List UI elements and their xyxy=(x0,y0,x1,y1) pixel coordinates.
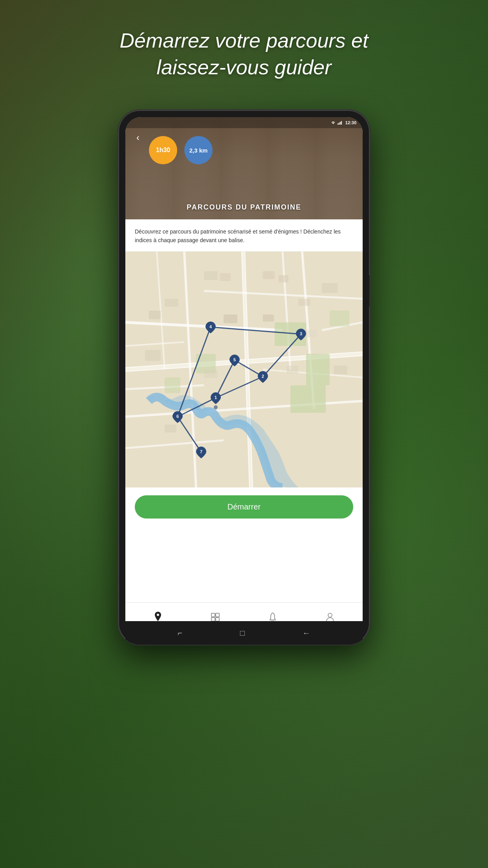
distance-badge-label: 2,3 km xyxy=(189,147,208,154)
svg-point-57 xyxy=(328,613,332,617)
svg-rect-27 xyxy=(330,311,349,326)
svg-rect-2 xyxy=(340,122,341,125)
headline-line1: Démarrez votre parcours et xyxy=(120,29,369,52)
android-nav-bar: ⌐ □ ← xyxy=(125,621,363,645)
wifi-icon xyxy=(330,121,336,125)
svg-rect-23 xyxy=(306,354,330,385)
svg-rect-35 xyxy=(149,311,161,319)
hero-area: 12:30 ‹ 1h30 2,3 km PARCOURS DU PATRIMOI… xyxy=(125,117,363,219)
android-recent-btn[interactable]: ⌐ xyxy=(178,629,182,638)
time-badge-label: 1h30 xyxy=(156,147,170,154)
map-svg: 4 3 5 2 xyxy=(125,252,363,487)
svg-text:4: 4 xyxy=(209,324,212,329)
svg-rect-0 xyxy=(338,123,338,125)
content-area: Découvrez ce parcours du patrimoine scén… xyxy=(125,219,363,602)
svg-rect-32 xyxy=(322,283,338,293)
status-time: 12:30 xyxy=(345,120,356,125)
svg-rect-53 xyxy=(211,613,215,617)
svg-rect-42 xyxy=(334,366,347,374)
status-icons: 12:30 xyxy=(330,120,356,125)
hero-title: PARCOURS DU PATRIMOINE xyxy=(125,203,363,211)
svg-rect-37 xyxy=(263,314,274,322)
svg-rect-1 xyxy=(339,123,339,125)
svg-rect-43 xyxy=(165,425,176,432)
svg-rect-34 xyxy=(165,299,178,307)
svg-rect-56 xyxy=(216,618,219,621)
svg-rect-40 xyxy=(286,366,298,373)
svg-text:7: 7 xyxy=(200,449,202,454)
svg-rect-33 xyxy=(298,299,310,306)
svg-rect-36 xyxy=(224,314,237,323)
svg-rect-41 xyxy=(145,350,161,361)
svg-text:1: 1 xyxy=(215,395,217,400)
svg-rect-31 xyxy=(220,273,231,281)
svg-rect-30 xyxy=(204,271,218,280)
svg-rect-54 xyxy=(216,613,219,617)
description-box: Découvrez ce parcours du patrimoine scén… xyxy=(125,219,363,252)
headline: Démarrez votre parcours et laissez-vous … xyxy=(0,28,488,81)
time-badge: 1h30 xyxy=(149,136,177,164)
svg-rect-39 xyxy=(204,370,218,378)
svg-rect-26 xyxy=(165,377,180,393)
svg-rect-3 xyxy=(341,121,342,125)
android-back-btn[interactable]: ← xyxy=(303,629,310,638)
svg-rect-38 xyxy=(306,330,317,337)
svg-rect-25 xyxy=(290,385,326,413)
android-home-btn[interactable]: □ xyxy=(240,629,245,638)
svg-text:6: 6 xyxy=(176,414,179,419)
svg-rect-29 xyxy=(279,275,288,282)
svg-text:2: 2 xyxy=(262,374,264,379)
svg-text:5: 5 xyxy=(233,357,236,362)
svg-text:3: 3 xyxy=(300,331,302,336)
phone-screen: 12:30 ‹ 1h30 2,3 km PARCOURS DU PATRIMOI… xyxy=(125,117,363,638)
phone-frame: 12:30 ‹ 1h30 2,3 km PARCOURS DU PATRIMOI… xyxy=(118,110,370,645)
status-bar: 12:30 xyxy=(125,117,363,128)
svg-rect-55 xyxy=(211,618,215,621)
svg-point-50 xyxy=(214,405,218,409)
description-text: Découvrez ce parcours du patrimoine scén… xyxy=(135,228,341,243)
svg-rect-28 xyxy=(263,271,275,279)
side-button xyxy=(369,275,370,307)
hero-title-text: PARCOURS DU PATRIMOINE xyxy=(187,203,301,211)
start-button[interactable]: Démarrer xyxy=(135,495,353,519)
distance-badge: 2,3 km xyxy=(184,136,213,164)
back-button[interactable]: ‹ xyxy=(132,131,144,144)
signal-icon xyxy=(338,121,342,125)
map-container[interactable]: 4 3 5 2 xyxy=(125,252,363,487)
headline-line2: laissez-vous guider xyxy=(156,56,331,79)
